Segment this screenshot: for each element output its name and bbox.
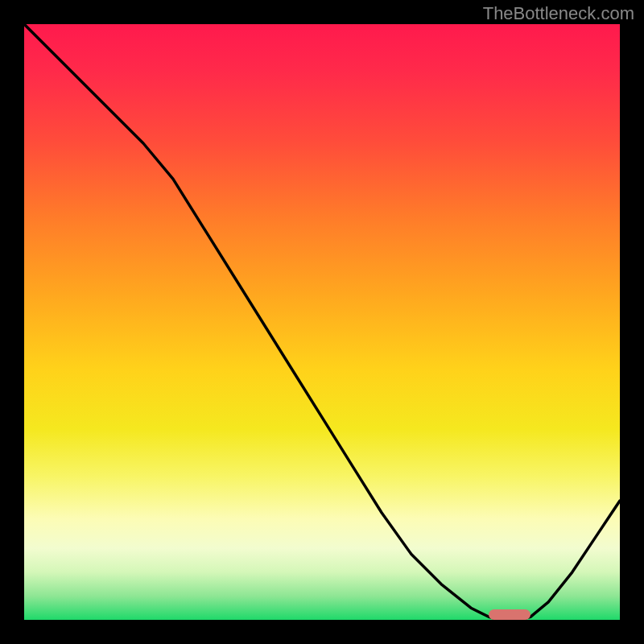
bottleneck-curve — [24, 24, 620, 620]
chart-plot-area — [24, 24, 620, 620]
optimal-range-marker — [489, 609, 530, 620]
watermark-text: TheBottleneck.com — [483, 3, 634, 24]
